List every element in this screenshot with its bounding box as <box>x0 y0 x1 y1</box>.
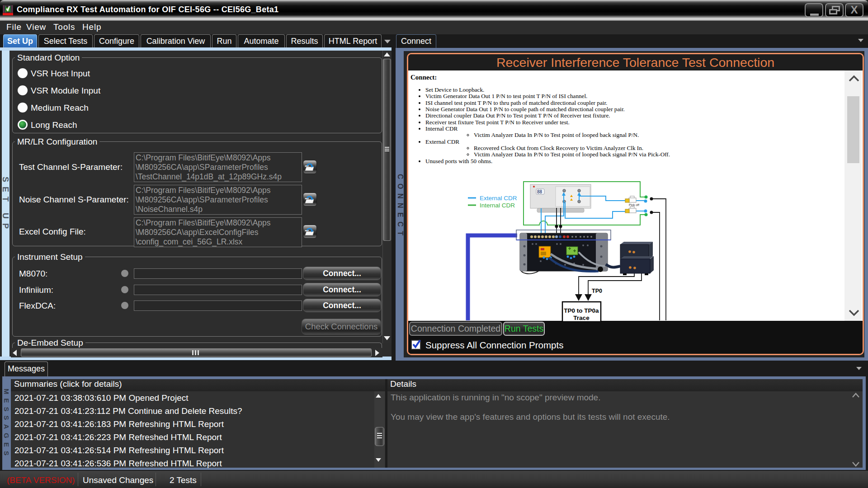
svg-text:External CDR: External CDR <box>480 195 517 202</box>
svg-text:TP0 to TP0a: TP0 to TP0a <box>564 307 599 314</box>
svg-text:Pick off: Pick off <box>629 203 639 206</box>
svg-text:Internal CDR: Internal CDR <box>480 202 515 209</box>
svg-text:TP0: TP0 <box>592 288 602 294</box>
svg-text:Trace: Trace <box>573 314 590 321</box>
svg-text:88: 88 <box>537 189 542 194</box>
